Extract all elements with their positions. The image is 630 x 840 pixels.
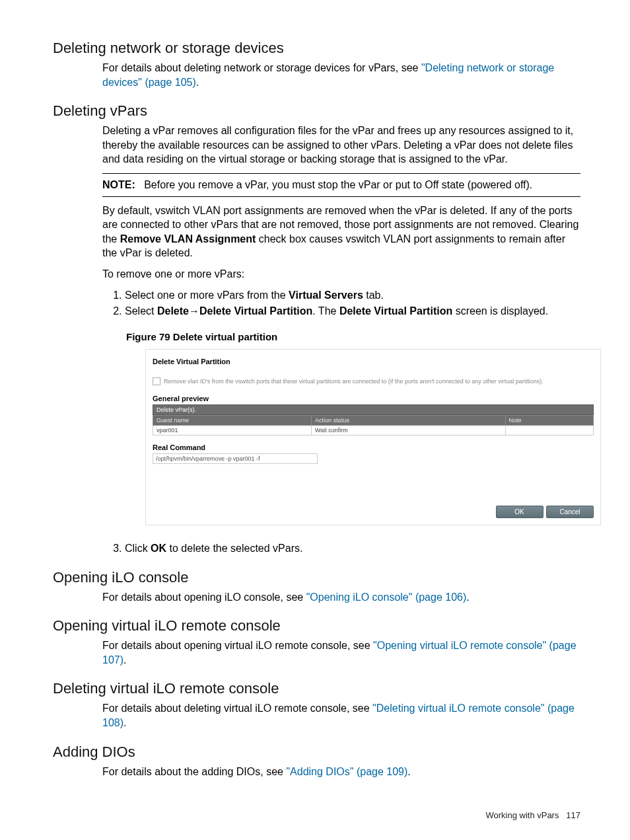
para: To remove one or more vPars:: [102, 267, 580, 282]
preview-bar: Delete vPar(s).: [153, 404, 594, 415]
note-box: NOTE: Before you remove a vPar, you must…: [102, 173, 580, 197]
step-3: Click OK to delete the selected vPars.: [125, 541, 580, 556]
text: .: [123, 717, 126, 728]
text: to delete the selected vPars.: [166, 543, 302, 554]
heading-delete-vpars: Deleting vPars: [53, 102, 580, 120]
text: tab.: [363, 289, 384, 301]
para: Deleting a vPar removes all configuratio…: [102, 124, 580, 167]
real-command-label: Real Command: [153, 443, 594, 451]
cell-action-status: Wait confirm: [312, 425, 505, 435]
th-action-status: Action status: [312, 415, 505, 425]
step-2: Select Delete→Delete Virtual Partition. …: [125, 304, 580, 319]
steps-list: Select one or more vPars from the Virtua…: [102, 288, 580, 319]
th-guest-name: Guest name: [153, 415, 312, 425]
table-header-row: Guest name Action status Note: [153, 415, 594, 425]
note-text: Before you remove a vPar, you must stop …: [144, 179, 532, 190]
page-footer: Working with vPars 117: [485, 810, 580, 820]
steps-list-cont: Click OK to delete the selected vPars.: [102, 541, 580, 556]
para: For details about deleting virtual iLO r…: [102, 701, 580, 730]
link-add-dios[interactable]: "Adding DIOs" (page 109): [286, 766, 407, 777]
text: .: [123, 654, 126, 666]
para: For details about deleting network or st…: [102, 61, 580, 89]
text: For details about the adding DIOs, see: [102, 766, 286, 777]
preview-table: Guest name Action status Note vpar001 Wa…: [153, 415, 594, 436]
footer-label: Working with vPars: [485, 810, 559, 820]
text: .: [196, 77, 199, 88]
checkbox-label: Remove vlan ID's from the vswitch ports …: [164, 378, 543, 385]
figure-screenshot: Delete Virtual Partition Remove vlan ID'…: [145, 349, 601, 525]
general-preview-label: General preview: [153, 395, 594, 402]
text: screen is displayed.: [452, 305, 548, 317]
checkbox[interactable]: [153, 377, 160, 385]
footer-page-number: 117: [566, 810, 580, 820]
remove-vlan-checkbox-row: Remove vlan ID's from the vswitch ports …: [153, 377, 594, 385]
heading-open-ilo: Opening iLO console: [53, 569, 580, 586]
text: .: [407, 766, 410, 777]
cell-guest-name: vpar001: [153, 425, 312, 435]
para: For details about the adding DIOs, see "…: [102, 765, 580, 779]
bold: Remove VLAN Assignment: [120, 233, 256, 245]
bold: Delete: [157, 305, 189, 317]
dialog-title: Delete Virtual Partition: [153, 358, 594, 365]
text: . The: [312, 305, 339, 317]
bold: Delete Virtual Partition: [199, 305, 312, 317]
text: Select one or more vPars from the: [125, 289, 289, 301]
dialog-button-row: OK Cancel: [153, 504, 594, 518]
bold: Delete Virtual Partition: [339, 305, 452, 317]
para: For details about opening virtual iLO re…: [102, 638, 580, 667]
heading-del-vilo: Deleting virtual iLO remote console: [53, 680, 580, 697]
figure-caption: Figure 79 Delete virtual partition: [126, 330, 580, 344]
text: For details about deleting virtual iLO r…: [102, 703, 372, 714]
cancel-button[interactable]: Cancel: [546, 506, 594, 518]
command-box: /opt/hpvm/bin/vparremove -p vpar001 -f: [153, 453, 318, 464]
text: Select: [125, 305, 157, 317]
ok-button[interactable]: OK: [496, 506, 543, 518]
heading-delete-network: Deleting network or storage devices: [53, 40, 580, 57]
text: For details about deleting network or st…: [102, 62, 421, 73]
heading-add-dios: Adding DIOs: [53, 744, 580, 761]
step-1: Select one or more vPars from the Virtua…: [125, 288, 580, 303]
text: .: [466, 592, 469, 603]
table-row: vpar001 Wait confirm: [153, 425, 594, 435]
text: For details about opening iLO console, s…: [102, 592, 306, 603]
note-label: NOTE:: [102, 179, 135, 190]
link-open-ilo[interactable]: "Opening iLO console" (page 106): [306, 592, 467, 603]
text: Click: [125, 543, 151, 554]
para: For details about opening iLO console, s…: [102, 590, 580, 605]
para: By default, vswitch VLAN port assignment…: [102, 204, 580, 260]
arrow: →: [189, 305, 199, 317]
bold: Virtual Servers: [289, 289, 363, 301]
cell-note: [505, 425, 593, 435]
text: For details about opening virtual iLO re…: [102, 640, 373, 651]
th-note: Note: [505, 415, 593, 425]
heading-open-vilo: Opening virtual iLO remote console: [53, 617, 580, 634]
bold: OK: [151, 543, 166, 554]
